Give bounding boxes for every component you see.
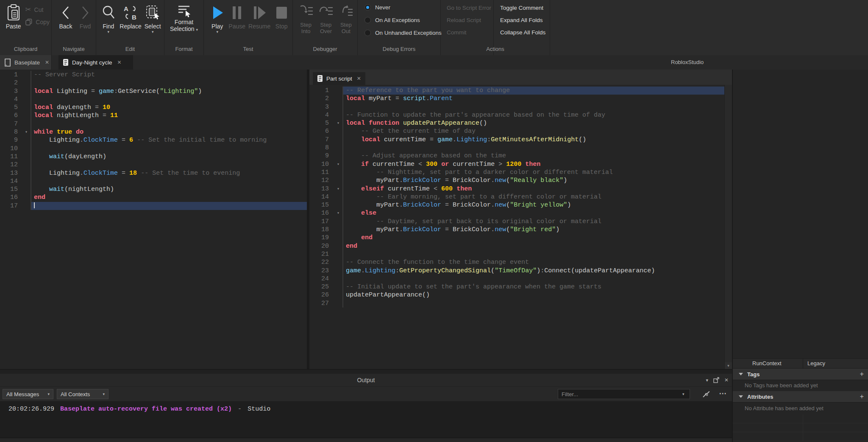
code-line[interactable]: 15 myPart.BrickColor = BrickColor.new("B… (309, 201, 725, 209)
code-text[interactable] (342, 103, 725, 111)
code-text[interactable]: local dayLength = 10 (31, 104, 307, 112)
output-splitter[interactable] (0, 369, 732, 374)
code-text[interactable] (31, 177, 307, 185)
right-code-editor[interactable]: 1-- Reference to the part you want to ch… (309, 85, 725, 369)
line-number[interactable]: 9 (309, 152, 334, 160)
line-number[interactable]: 5 (0, 104, 22, 112)
code-line[interactable]: 1-- Server Script (0, 71, 307, 79)
code-text[interactable]: local function updatePartAppearance() (342, 119, 725, 127)
resume-button[interactable]: Resume (248, 3, 272, 34)
line-number[interactable]: 10 (0, 145, 22, 153)
line-number[interactable]: 7 (0, 120, 22, 128)
fold-arrow-icon[interactable]: ▾ (334, 119, 342, 127)
add-attribute-button[interactable]: + (860, 393, 864, 400)
tab-day-night-cycle[interactable]: Day-Night cycle ✕ (58, 55, 133, 70)
code-text[interactable]: local myPart = script.Parent (342, 95, 725, 103)
code-text[interactable]: elseif currentTime < 600 then (342, 185, 725, 193)
code-text[interactable]: -- Adjust appearance based on the time (342, 152, 725, 160)
code-text[interactable]: local nightLength = 11 (31, 112, 307, 120)
code-text[interactable] (31, 79, 307, 87)
code-text[interactable] (31, 120, 307, 128)
pause-button[interactable]: Pause (227, 3, 246, 34)
fold-arrow-icon[interactable]: ▾ (22, 128, 31, 136)
code-text[interactable] (31, 161, 307, 169)
line-number[interactable]: 12 (0, 161, 22, 169)
code-line[interactable]: 7 (0, 120, 307, 128)
code-line[interactable]: 10 (0, 145, 307, 153)
fold-arrow-icon[interactable]: ▾ (334, 185, 342, 193)
code-text[interactable]: -- Server Script (31, 71, 307, 79)
code-text[interactable]: wait(dayLength) (31, 153, 307, 161)
step-into-button[interactable]: Step Into (296, 3, 315, 34)
code-text[interactable]: else (342, 209, 725, 217)
select-button[interactable]: Select ▾ (143, 3, 162, 34)
line-number[interactable]: 15 (309, 201, 334, 209)
code-text[interactable]: -- Early morning, set part to a differen… (342, 193, 725, 201)
line-number[interactable]: 1 (0, 71, 22, 79)
line-number[interactable]: 8 (309, 144, 334, 152)
expand-all-folds-button[interactable]: Expand All Folds (500, 16, 545, 24)
line-number[interactable]: 4 (0, 95, 22, 104)
code-text[interactable]: local currentTime = game.Lighting:GetMin… (342, 136, 725, 144)
scroll-down-icon[interactable]: ▾ (725, 362, 732, 369)
code-text[interactable]: -- Get the current time of day (342, 127, 725, 135)
line-number[interactable]: 3 (0, 87, 22, 95)
cut-button[interactable]: ✂ Cut (25, 6, 50, 13)
line-number[interactable]: 22 (309, 258, 334, 266)
code-line[interactable]: 17 (0, 202, 307, 210)
code-text[interactable]: Lighting.ClockTime = 18 -- Set the time … (31, 169, 307, 177)
log-entry[interactable]: 20:02:26.929 Baseplate auto-recovery fil… (8, 406, 732, 413)
find-dropdown-icon[interactable]: ▾ (108, 30, 110, 34)
close-icon[interactable]: ✕ (117, 59, 122, 65)
code-line[interactable]: 20end (309, 242, 725, 250)
stop-button[interactable]: Stop (273, 3, 291, 34)
code-text[interactable]: myPart.BrickColor = BrickColor.new("Real… (342, 176, 725, 185)
line-number[interactable]: 18 (309, 226, 334, 234)
commit-button[interactable]: Commit (447, 28, 493, 36)
output-log[interactable]: 20:02:26.929 Baseplate auto-recovery fil… (0, 402, 732, 438)
code-line[interactable]: 6local nightLength = 11 (0, 112, 307, 120)
popout-panel-icon[interactable] (713, 377, 719, 383)
code-line[interactable]: 26updatePartAppearance() (309, 291, 725, 299)
line-number[interactable]: 23 (309, 267, 334, 275)
code-line[interactable]: 13▾ elseif currentTime < 600 then (309, 185, 725, 193)
code-line[interactable]: 12 myPart.BrickColor = BrickColor.new("R… (309, 176, 725, 185)
messages-filter-dropdown[interactable]: All Messages ▾ (3, 389, 53, 399)
code-text[interactable]: game.Lighting:GetPropertyChangedSignal("… (342, 267, 725, 275)
code-text[interactable] (342, 275, 725, 283)
code-line[interactable]: 3local Lighting = game:GetService("Light… (0, 87, 307, 95)
radio-icon[interactable] (364, 30, 371, 36)
back-button[interactable]: Back (57, 3, 75, 30)
collapse-all-folds-button[interactable]: Collapse All Folds (500, 28, 545, 36)
line-number[interactable]: 2 (309, 95, 334, 103)
contexts-filter-dropdown[interactable]: All Contexts ▾ (57, 389, 108, 399)
code-line[interactable]: 4-- Function to update the part's appear… (309, 111, 725, 119)
code-line[interactable]: 2 (0, 79, 307, 87)
go-to-script-error-button[interactable]: Go to Script Error (447, 4, 493, 12)
line-number[interactable]: 11 (309, 168, 334, 176)
line-number[interactable]: 27 (309, 299, 334, 308)
code-text[interactable]: end (342, 242, 725, 250)
filter-chevron-icon[interactable]: ▾ (682, 392, 684, 396)
code-text[interactable] (342, 144, 725, 152)
fold-arrow-icon[interactable]: ▾ (334, 209, 342, 217)
code-line[interactable]: 25-- Initial update to set the part's ap… (309, 283, 725, 291)
code-line[interactable]: 5local dayLength = 10 (0, 104, 307, 112)
line-number[interactable]: 2 (0, 79, 22, 87)
line-number[interactable]: 10 (309, 160, 334, 168)
code-text[interactable] (31, 95, 307, 104)
code-line[interactable]: 18 myPart.BrickColor = BrickColor.new("B… (309, 226, 725, 234)
code-text[interactable]: Lighting.ClockTime = 6 -- Set the initia… (31, 136, 307, 144)
copy-button[interactable]: Copy (25, 18, 50, 26)
more-options-button[interactable]: ⋯ (716, 388, 729, 399)
output-header[interactable]: Output ▾ ✕ (0, 374, 732, 387)
debug-errors-option-all-exceptions[interactable]: On All Exceptions (364, 16, 440, 24)
code-line[interactable]: 27 (309, 299, 725, 308)
code-text[interactable]: -- Reference to the part you want to cha… (342, 87, 725, 95)
close-icon[interactable]: ✕ (357, 76, 361, 81)
select-dropdown-icon[interactable]: ▾ (152, 30, 154, 34)
code-line[interactable]: 17 -- Daytime, set part back to its orig… (309, 218, 725, 226)
code-text[interactable]: local Lighting = game:GetService("Lighti… (31, 87, 307, 95)
line-number[interactable]: 25 (309, 283, 334, 291)
line-number[interactable]: 21 (309, 250, 334, 258)
